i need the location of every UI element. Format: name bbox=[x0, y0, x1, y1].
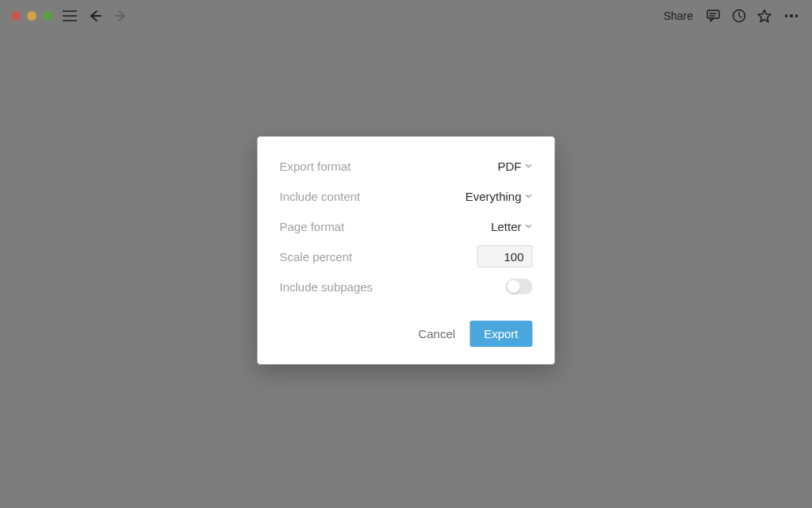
close-window-button[interactable] bbox=[11, 11, 21, 21]
chevron-down-icon bbox=[525, 192, 533, 200]
minimize-window-button[interactable] bbox=[27, 11, 36, 21]
chevron-down-icon bbox=[525, 162, 533, 170]
history-icon[interactable] bbox=[731, 8, 747, 24]
include-subpages-row: Include subpages bbox=[280, 278, 533, 295]
window-toolbar: Share bbox=[0, 0, 812, 32]
export-format-row: Export format PDF bbox=[280, 157, 533, 175]
page-format-select[interactable]: Letter bbox=[491, 220, 532, 233]
scale-percent-row: Scale percent bbox=[280, 248, 533, 265]
scale-percent-input[interactable] bbox=[477, 245, 533, 267]
export-modal: Export format PDF Include content Everyt… bbox=[258, 137, 555, 364]
include-subpages-label: Include subpages bbox=[280, 280, 373, 294]
modal-backdrop: Export format PDF Include content Everyt… bbox=[0, 0, 812, 508]
export-format-select[interactable]: PDF bbox=[498, 160, 533, 173]
cancel-button[interactable]: Cancel bbox=[418, 327, 455, 341]
export-format-label: Export format bbox=[280, 160, 351, 173]
svg-marker-9 bbox=[758, 10, 771, 22]
modal-actions: Cancel Export bbox=[280, 321, 533, 347]
export-button[interactable]: Export bbox=[469, 321, 532, 347]
more-menu-icon[interactable] bbox=[782, 14, 801, 17]
comments-icon[interactable] bbox=[706, 8, 722, 24]
include-subpages-toggle[interactable] bbox=[506, 279, 533, 294]
include-content-value: Everything bbox=[465, 190, 522, 203]
share-button[interactable]: Share bbox=[664, 10, 693, 22]
window-controls bbox=[11, 11, 52, 21]
chevron-down-icon bbox=[525, 222, 533, 230]
page-format-label: Page format bbox=[280, 220, 345, 233]
include-content-label: Include content bbox=[280, 190, 361, 203]
star-icon[interactable] bbox=[756, 8, 772, 24]
page-format-value: Letter bbox=[491, 220, 521, 233]
export-format-value: PDF bbox=[498, 160, 522, 173]
forward-arrow-icon[interactable] bbox=[113, 8, 128, 24]
include-content-select[interactable]: Everything bbox=[465, 190, 533, 203]
page-format-row: Page format Letter bbox=[280, 217, 533, 235]
scale-percent-label: Scale percent bbox=[280, 250, 353, 264]
back-arrow-icon[interactable] bbox=[87, 8, 103, 24]
include-content-row: Include content Everything bbox=[280, 187, 533, 205]
zoom-window-button[interactable] bbox=[43, 11, 52, 21]
svg-rect-5 bbox=[707, 10, 719, 18]
sidebar-toggle-icon[interactable] bbox=[62, 8, 78, 24]
toggle-thumb bbox=[508, 280, 520, 293]
